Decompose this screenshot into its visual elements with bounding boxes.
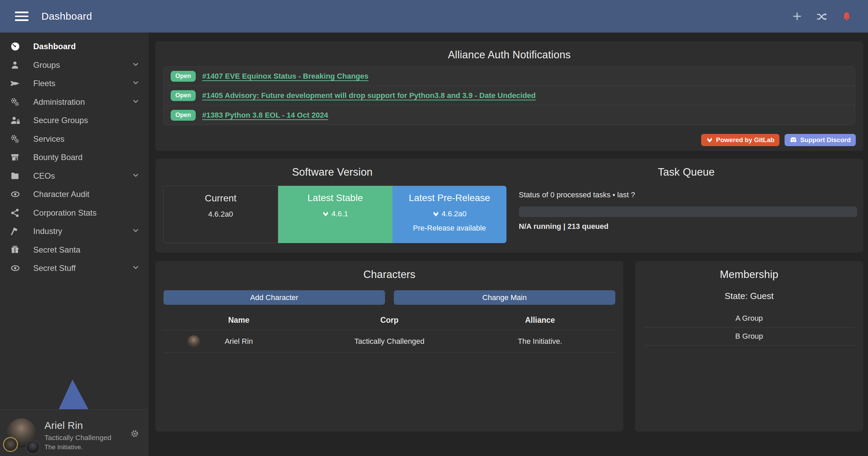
sidebar-item-label: Secure Groups [33,116,88,125]
sidebar-item-label: Dashboard [33,42,76,51]
sidebar: Dashboard Groups Fleets Administration [0,33,149,456]
discord-badge[interactable]: Support Discord [785,134,856,146]
chevron-down-icon [132,226,140,236]
task-queue-progressbar [519,206,857,217]
hammer-icon [10,226,25,236]
notifications-list: Open #1407 EVE Equinox Status - Breaking… [163,66,855,125]
sidebar-item-fleets[interactable]: Fleets [0,74,149,93]
membership-panel: Membership State: Guest A Group B Group [635,261,863,432]
user-lock-icon [10,116,25,125]
notifications-title: Alliance Auth Notifications [155,41,863,61]
user-alliance: The Initiative. [44,443,111,451]
sidebar-item-services[interactable]: Services [0,130,149,148]
task-queue-title: Task Queue [509,159,864,178]
chevron-down-icon [132,79,140,88]
gitlab-badge[interactable]: Powered by GitLab [701,134,779,146]
sidebar-item-label: Bounty Board [33,153,82,162]
sidebar-item-label: Character Audit [33,190,89,199]
version-cell-stable: Latest Stable 4.6.1 [278,186,392,243]
character-avatar [187,335,200,348]
prerelease-version: 4.6.2a0 [392,210,507,218]
sidebar-item-ceos[interactable]: CEOs [0,167,149,185]
task-queue-counts: N/A running | 213 queued [519,222,864,231]
menu-icon[interactable] [15,12,28,21]
sidebar-item-label: CEOs [33,171,55,181]
list-item: B Group [643,328,855,345]
character-corp: Tactically Challenged [314,337,465,346]
sidebar-item-bounty-board[interactable]: Bounty Board [0,148,149,167]
sidebar-item-secret-santa[interactable]: Secret Santa [0,241,149,259]
status-badge: Open [171,110,196,121]
notification-row: Open #1407 EVE Equinox Status - Breaking… [164,67,855,86]
notification-link[interactable]: #1405 Advisory: Future development will … [202,91,536,100]
sidebar-item-label: Industry [33,226,62,236]
version-cell-prerelease: Latest Pre-Release 4.6.2a0 Pre-Release a… [392,186,507,243]
notification-row: Open #1383 Python 3.8 EOL - 14 Oct 2024 [164,105,855,125]
sidebar-item-corporation-stats[interactable]: Corporation Stats [0,204,149,222]
gears-icon [10,97,25,107]
characters-title: Characters [155,261,623,281]
table-row: Ariel Rin Tactically Challenged The Init… [163,330,615,353]
plus-icon[interactable] [792,11,802,21]
notifications-panel: Alliance Auth Notifications Open #1407 E… [155,41,863,151]
software-version-title: Software Version [155,159,509,178]
prerelease-note: Pre-Release available [392,224,507,233]
user-name: Ariel Rin [44,420,111,431]
character-name: Ariel Rin [163,337,314,346]
notification-link[interactable]: #1383 Python 3.8 EOL - 14 Oct 2024 [202,111,328,120]
navbar-actions [792,11,852,21]
sidebar-item-industry[interactable]: Industry [0,222,149,241]
sidebar-item-administration[interactable]: Administration [0,93,149,112]
gear-icon[interactable] [130,429,139,439]
version-cell-current: Current 4.6.2a0 [163,186,278,243]
notification-link[interactable]: #1407 EVE Equinox Status - Breaking Chan… [202,72,368,81]
sidebar-item-secure-groups[interactable]: Secure Groups [0,111,149,130]
software-version-section: Software Version Current 4.6.2a0 Latest … [155,159,509,253]
task-queue-status: Status of 0 processed tasks • last ? [519,191,864,199]
sidebar-item-secret-stuff[interactable]: Secret Stuff [0,259,149,278]
sidebar-item-label: Groups [33,60,60,70]
alliance-logo-badge [26,440,40,454]
external-badges: Powered by GitLab Support Discord [701,134,856,146]
stable-version: 4.6.1 [278,210,392,218]
task-queue-section: Task Queue Status of 0 processed tasks •… [509,159,864,253]
shuttle-icon [10,78,25,88]
gitlab-fox-icon [432,211,439,217]
chevron-down-icon [132,263,140,273]
change-main-button[interactable]: Change Main [394,290,615,305]
user-panel: Ariel Rin Tactically Challenged The Init… [0,409,149,456]
sidebar-item-label: Fleets [33,79,55,88]
characters-table-header: Name Corp Alliance [163,311,615,330]
sidebar-item-character-audit[interactable]: Character Audit [0,185,149,204]
gears-icon [10,134,25,144]
status-badge: Open [171,90,196,101]
add-character-button[interactable]: Add Character [163,290,385,305]
user-icon [10,60,25,70]
sidebar-item-label: Secret Stuff [33,263,76,273]
corp-logo-badge [3,437,18,452]
gitlab-fox-icon [706,137,713,143]
gitlab-fox-icon [322,211,329,217]
sidebar-item-groups[interactable]: Groups [0,56,149,75]
membership-title: Membership [635,261,863,281]
top-navbar: Dashboard [0,0,868,33]
eye-icon [10,263,25,273]
chevron-down-icon [132,171,140,181]
user-corp: Tactically Challenged [44,434,111,442]
version-row: Current 4.6.2a0 Latest Stable 4.6.1 Late… [163,186,507,243]
sidebar-item-dashboard[interactable]: Dashboard [0,37,149,56]
shuffle-icon[interactable] [816,11,827,21]
page-title: Dashboard [41,11,92,22]
bell-icon[interactable] [842,11,852,21]
sidebar-menu: Dashboard Groups Fleets Administration [0,33,149,278]
chevron-down-icon [132,97,140,107]
membership-group-list: A Group B Group [643,310,855,345]
sidebar-item-label: Administration [33,97,85,107]
characters-panel: Characters Add Character Change Main Nam… [155,261,623,432]
gift-icon [10,245,25,255]
list-item: A Group [643,310,855,328]
gauge-icon [10,41,25,52]
current-version: 4.6.2a0 [163,210,278,219]
status-badge: Open [171,71,196,82]
share-nodes-icon [10,208,25,218]
